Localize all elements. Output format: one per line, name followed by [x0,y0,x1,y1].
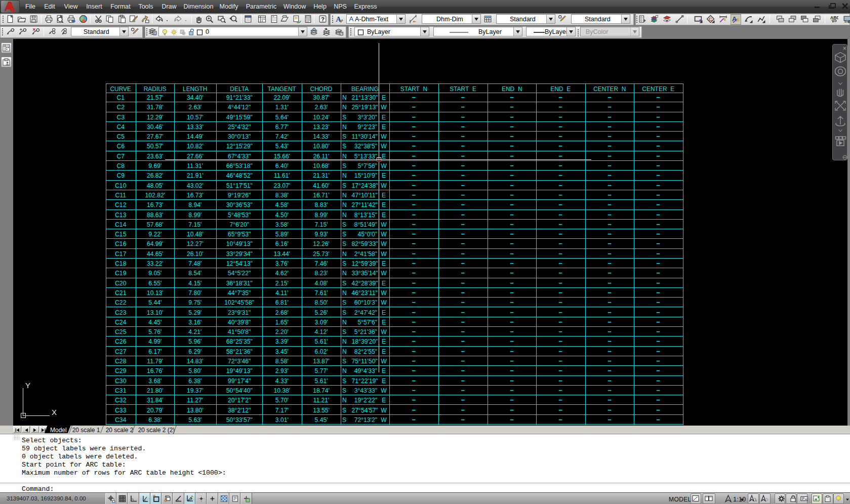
svg-text:C: C [709,16,712,22]
svg-text:?: ? [321,16,325,22]
svg-text:ABC: ABC [830,15,838,20]
